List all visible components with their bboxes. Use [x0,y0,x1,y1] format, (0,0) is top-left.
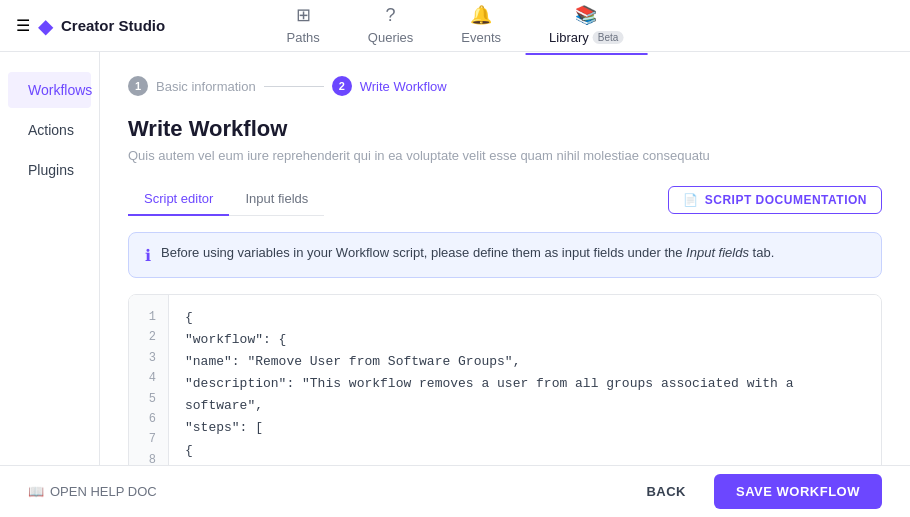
info-banner: ℹ Before using variables in your Workflo… [128,232,882,278]
help-doc-button[interactable]: 📖 OPEN HELP DOC [28,484,157,499]
footer-right: BACK SAVE WORKFLOW [630,474,882,509]
menu-icon[interactable]: ☰ [16,16,30,35]
info-text-before: Before using variables in your Workflow … [161,245,686,260]
sidebar-item-plugins[interactable]: Plugins [8,152,91,188]
script-doc-label: SCRIPT DOCUMENTATION [705,193,867,207]
back-button[interactable]: BACK [630,476,702,507]
step-divider [264,86,324,87]
brand-icon: ◆ [38,14,53,38]
script-documentation-button[interactable]: 📄 SCRIPT DOCUMENTATION [668,186,882,214]
tab-events-label: Events [461,30,501,45]
queries-icon: ? [386,5,396,26]
step2-circle: 2 [332,76,352,96]
sidebar: Workflows Actions Plugins [0,52,100,517]
step-basic-info: 1 Basic information [128,76,256,96]
tab-events[interactable]: 🔔 Events [437,0,525,55]
paths-icon: ⊞ [296,4,311,26]
sidebar-item-workflows[interactable]: Workflows [8,72,91,108]
page-title: Write Workflow [128,116,882,142]
step1-circle: 1 [128,76,148,96]
tab-list: Script editor Input fields [128,183,324,216]
tab-library-label: Library [549,30,589,45]
nav-left: ☰ ◆ Creator Studio [16,14,165,38]
info-text-after: tab. [749,245,774,260]
info-icon: ℹ [145,246,151,265]
main-content: 1 Basic information 2 Write Workflow Wri… [100,52,910,517]
info-text-italic: Input fields [686,245,749,260]
step2-label: Write Workflow [360,79,447,94]
steps-row: 1 Basic information 2 Write Workflow [128,76,882,96]
info-text: Before using variables in your Workflow … [161,245,774,260]
sidebar-item-actions[interactable]: Actions [8,112,91,148]
tab-library[interactable]: 📚 Library Beta [525,0,647,55]
tab-paths-label: Paths [287,30,320,45]
library-icon: 📚 [575,4,597,26]
step-write-workflow: 2 Write Workflow [332,76,447,96]
doc-icon: 📄 [683,193,699,207]
library-badge: Beta [593,31,624,44]
events-icon: 🔔 [470,4,492,26]
help-doc-label: OPEN HELP DOC [50,484,157,499]
step1-label: Basic information [156,79,256,94]
footer: 📖 OPEN HELP DOC BACK SAVE WORKFLOW [0,465,910,517]
brand-name: Creator Studio [61,17,165,34]
nav-tabs: ⊞ Paths ? Queries 🔔 Events 📚 Library Bet… [263,0,648,55]
tab-script-editor[interactable]: Script editor [128,183,229,216]
tab-input-fields[interactable]: Input fields [229,183,324,216]
tab-paths[interactable]: ⊞ Paths [263,0,344,55]
tabs-row: Script editor Input fields 📄 SCRIPT DOCU… [128,183,882,216]
page-subtitle: Quis autem vel eum iure reprehenderit qu… [128,148,882,163]
tab-queries[interactable]: ? Queries [344,0,438,55]
help-icon: 📖 [28,484,44,499]
tab-queries-label: Queries [368,30,414,45]
save-workflow-button[interactable]: SAVE WORKFLOW [714,474,882,509]
